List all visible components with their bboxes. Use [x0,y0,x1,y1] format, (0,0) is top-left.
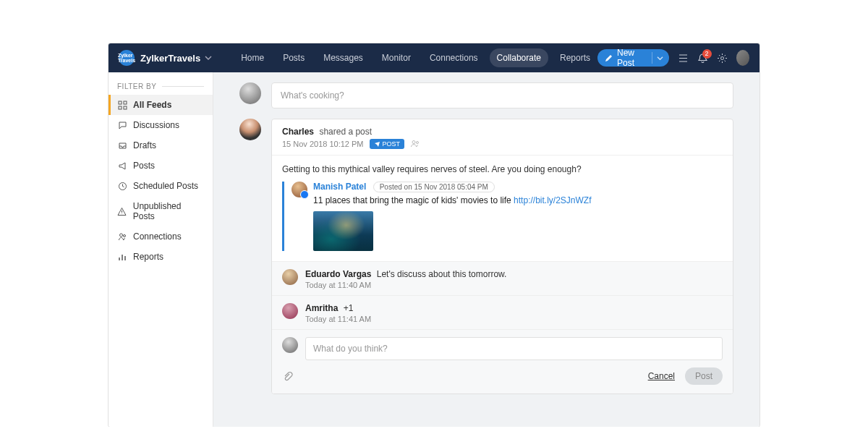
sidebar-item-posts[interactable]: Posts [109,156,213,176]
comment-body: Eduardo Vargas Let's discuss about this … [305,269,506,289]
main-feed: What's cooking? Charles shared a post 15… [213,72,760,427]
svg-rect-1 [119,101,122,104]
nested-author-avatar[interactable] [292,182,307,197]
inbox-icon [117,140,127,150]
comment-body: Amritha +1 Today at 11:41 AM [305,303,371,323]
body: FILTER BY All Feeds Discussions Drafts P… [109,72,760,427]
new-post-button[interactable]: New Post [597,49,669,67]
svg-point-0 [720,56,723,59]
svg-point-8 [412,141,415,144]
nested-posted-on: Posted on 15 Nov 2018 05:04 PM [373,182,495,192]
post-body-text: Getting to this mythical valley requires… [282,164,723,174]
comment-avatar[interactable] [282,303,298,319]
nav-home[interactable]: Home [234,48,271,67]
sidebar-item-all-feeds[interactable]: All Feeds [109,95,213,115]
audience-icon[interactable] [410,140,420,148]
topbar-right: New Post 2 [597,49,749,67]
comments-section: Eduardo Vargas Let's discuss about this … [272,261,733,393]
comment-author[interactable]: Amritha [305,303,338,313]
main-nav: Home Posts Messages Monitor Connections … [234,48,597,67]
post-comment-button[interactable]: Post [685,367,723,385]
sidebar-item-reports[interactable]: Reports [109,247,213,267]
bars-icon [117,252,127,262]
nav-posts[interactable]: Posts [276,48,312,67]
comment-time: Today at 11:41 AM [305,315,371,323]
megaphone-icon [117,161,127,171]
list-icon[interactable] [678,53,689,64]
reply-input[interactable]: What do you think? [305,337,723,360]
svg-rect-3 [119,106,122,109]
svg-rect-2 [124,101,127,104]
sidebar-item-scheduled[interactable]: Scheduled Posts [109,176,213,196]
nav-collaborate[interactable]: Collaborate [490,48,548,67]
comment-text: +1 [344,303,354,313]
sidebar: FILTER BY All Feeds Discussions Drafts P… [109,72,213,427]
post-meta-line: 15 Nov 2018 10:12 PM POST [282,139,723,149]
nested-text: 11 places that bring the magic of kids' … [313,195,591,205]
brand-logo: Zylker Travels [119,50,135,66]
svg-rect-4 [124,106,127,109]
nav-reports[interactable]: Reports [553,48,597,67]
sidebar-item-label: Connections [133,231,182,242]
sidebar-item-label: Discussions [133,120,179,130]
svg-point-9 [417,142,419,144]
sidebar-item-discussions[interactable]: Discussions [109,115,213,135]
post-type-badge: POST [370,139,405,149]
brand-name[interactable]: ZylkerTravels [140,53,200,64]
compose-input[interactable]: What's cooking? [271,82,733,109]
people-icon [117,231,127,242]
nested-author-name[interactable]: Manish Patel [313,182,366,192]
comment-row: Eduardo Vargas Let's discuss about this … [272,262,733,295]
sidebar-item-drafts[interactable]: Drafts [109,135,213,156]
sidebar-item-label: Posts [133,161,155,171]
nested-body: Manish Patel Posted on 15 Nov 2018 05:04… [313,182,591,251]
app-frame: Zylker Travels ZylkerTravels Home Posts … [109,43,760,427]
reply-zone: What do you think? [272,329,733,360]
nav-messages[interactable]: Messages [316,48,370,67]
card-body: Getting to this mythical valley requires… [272,156,733,261]
comment-text: Let's discuss about this tomorrow. [377,269,507,279]
comment-time: Today at 11:40 AM [305,281,506,289]
settings-gear-icon[interactable] [717,53,728,64]
sidebar-item-label: Reports [133,252,163,262]
post-action-text: shared a post [319,127,372,137]
brand-dropdown-caret[interactable] [205,54,212,61]
comment-avatar[interactable] [282,269,298,285]
reply-avatar [282,337,298,353]
sidebar-item-unpublished[interactable]: Unpublished Posts [109,196,213,226]
sidebar-item-label: Scheduled Posts [133,181,198,191]
nested-shared-post: Manish Patel Posted on 15 Nov 2018 05:04… [282,182,723,251]
filter-by-label: FILTER BY [109,72,213,95]
sidebar-item-connections[interactable]: Connections [109,226,213,247]
reply-actions: Cancel Post [272,360,733,393]
sidebar-item-label: Unpublished Posts [133,201,204,221]
user-avatar[interactable] [736,50,749,66]
new-post-label: New Post [617,48,643,68]
clock-icon [117,181,127,191]
compose-row: What's cooking? [239,82,733,109]
comment-author[interactable]: Eduardo Vargas [305,269,371,279]
chevron-down-icon[interactable] [657,55,663,61]
grid-icon [117,100,127,110]
cancel-button[interactable]: Cancel [648,371,675,381]
post-author-name[interactable]: Charles [282,127,314,137]
feed-card: Charles shared a post 15 Nov 2018 10:12 … [271,119,733,394]
post-author-avatar[interactable] [239,119,261,140]
svg-point-7 [123,234,125,237]
compose-avatar [239,82,261,104]
sidebar-item-label: Drafts [133,140,156,150]
card-header: Charles shared a post 15 Nov 2018 10:12 … [272,119,733,156]
attachment-icon[interactable] [282,371,293,382]
warning-icon [117,206,127,216]
nested-link[interactable]: http://bit.ly/2SJnWZf [514,195,591,205]
notifications-icon[interactable]: 2 [697,53,708,64]
nested-thumbnail[interactable] [313,211,373,251]
nav-connections[interactable]: Connections [422,48,485,67]
nav-monitor[interactable]: Monitor [375,48,418,67]
pencil-icon [605,54,613,62]
reply-action-buttons: Cancel Post [648,367,723,385]
new-post-divider [652,52,652,64]
sidebar-item-label: All Feeds [133,100,171,110]
svg-point-6 [119,234,122,237]
post-header-line: Charles shared a post [282,127,723,137]
